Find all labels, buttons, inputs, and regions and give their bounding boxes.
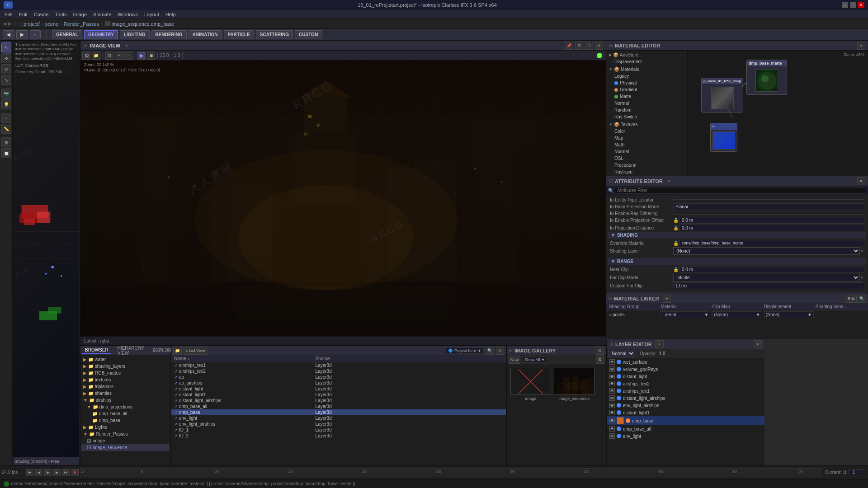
table-row[interactable]: ↗env_light_airships Layer3d (171, 421, 506, 427)
browser-item-triplanars[interactable]: ▶ 📁 triplanars (81, 383, 170, 390)
table-row[interactable]: ↗ao_airships Layer3d (171, 380, 506, 386)
layer-env-light-airships[interactable]: 👁 env_light_airships (607, 402, 764, 409)
toolbar-undo[interactable]: ◀ (3, 30, 14, 39)
iv-float-btn[interactable]: ⧉ (575, 42, 583, 50)
tree-item-gradient[interactable]: Gradient (607, 86, 686, 93)
layer-dmp-base-all[interactable]: 👁 dmp_base_all (607, 425, 764, 432)
browser-item-render-passes[interactable]: ▼ 📁 Render_Passes (81, 431, 170, 437)
layer-airships-tex2[interactable]: 👁 airships_tex2 (607, 380, 764, 387)
tree-item-color[interactable]: Color (607, 128, 686, 135)
ae-far-clip-select[interactable]: Infinite (673, 274, 860, 282)
ae-shading-layer-select[interactable]: (None) (673, 247, 860, 255)
ae-close-btn[interactable]: ✕ (857, 177, 865, 185)
mode-scattering[interactable]: SCATTERING (256, 30, 293, 39)
browser-item-shanties[interactable]: ▶ 📁 shanties (81, 390, 170, 397)
ig-filter-dropdown[interactable]: Show All ▼ (522, 357, 547, 363)
mode-lighting[interactable]: LIGHTING (120, 30, 150, 39)
menu-windows[interactable]: Windows (115, 11, 141, 18)
iv-stop-btn[interactable]: ⏹ (147, 52, 155, 60)
layer-distant-light1[interactable]: 👁 distant_light1 (607, 409, 764, 416)
mode-animation[interactable]: ANIMATION (189, 30, 222, 39)
browser-item-shading[interactable]: ▶ 📁 shading_layers (81, 363, 170, 370)
tree-item-proc[interactable]: Procedural (607, 162, 686, 169)
iv-close-btn[interactable]: ✕ (595, 42, 603, 50)
proj-search-btn[interactable]: 🔍 (486, 347, 494, 355)
thumb-image-seq[interactable]: image_sequence (554, 368, 594, 401)
layer-env-light[interactable]: 👁 env_light (607, 432, 764, 440)
minimize-button[interactable]: ─ (842, 2, 848, 8)
table-row[interactable]: ↗env_light Layer3d (171, 415, 506, 421)
layer-dmp-base[interactable]: 👁 dmp_base (607, 416, 764, 425)
tl-record-btn[interactable]: ⏺ (71, 469, 79, 476)
mode-geometry[interactable]: GEOMETRY (84, 30, 118, 39)
le-close-btn[interactable]: ✕ (754, 340, 762, 348)
iv-render-btn[interactable]: ▶ (137, 52, 146, 60)
tool-add[interactable]: + (1, 113, 11, 123)
tree-item-displacement[interactable]: Displacement (607, 58, 686, 65)
ig-settings-btn[interactable]: ⚙ (596, 356, 604, 364)
layer-vis-dl1[interactable]: 👁 (609, 410, 615, 415)
viewport-canvas[interactable]: RRCG 人人 (13, 77, 79, 457)
proj-add-btn[interactable]: 📁 (173, 347, 182, 355)
browser-item-rgb[interactable]: ▶ 📁 RGB_mattes (81, 370, 170, 376)
tree-item-physical[interactable]: Physical (607, 80, 686, 86)
iv-zoom-out[interactable]: − (124, 52, 132, 60)
proj-filter[interactable]: 🔷 Project Item ▼ (446, 347, 484, 354)
image-view-canvas[interactable]: Zoom: 20.142 % RGBA: {0.0;0.0;0.0;0.0} H… (80, 61, 606, 336)
bc-render-passes[interactable]: Render_Passes (64, 21, 99, 27)
me-close-btn[interactable]: ✕ (857, 42, 865, 50)
tree-item-legacy[interactable]: Legacy (607, 73, 686, 80)
tl-play-btn[interactable]: ▶ (44, 469, 52, 476)
ml-mat-dropdown[interactable]: ..aerial ▼ (660, 311, 710, 318)
tree-item-osl[interactable]: OSL (607, 155, 686, 162)
menu-tools[interactable]: Tools (52, 11, 70, 18)
layer-vis-db[interactable]: 👁 (609, 418, 615, 423)
menu-help[interactable]: Help (163, 11, 179, 18)
tool-scale[interactable]: ⤡ (1, 75, 11, 85)
ae-section-shading-title[interactable]: ▼ SHADING (608, 232, 866, 239)
layer-vis-at2[interactable]: 👁 (609, 381, 615, 386)
iv-pin-btn[interactable]: 📌 (565, 42, 573, 50)
mode-particle[interactable]: PARTICLE (224, 30, 254, 39)
tool-move[interactable]: ✛ (1, 53, 11, 63)
tl-next-btn[interactable]: ▶ (53, 469, 61, 476)
tab-hierarchy[interactable]: HIERARCHY VIEW (115, 345, 147, 357)
browser-item-textures[interactable]: ▶ 📁 textures (81, 376, 170, 383)
layer-vis-ela[interactable]: 👁 (609, 403, 615, 408)
layer-vis-at1[interactable]: 👁 (609, 388, 615, 394)
tab-browser[interactable]: BROWSER (82, 347, 111, 354)
ml-clip-dropdown[interactable]: (None) ▼ (712, 311, 762, 318)
bc-project[interactable]: project/ (24, 21, 40, 27)
browser-item-dmp-base[interactable]: 📁 dmp_base (81, 417, 170, 424)
tl-first-btn[interactable]: ⏮ (26, 469, 33, 476)
ml-add-btn[interactable]: + (663, 295, 671, 303)
menu-image[interactable]: Image (70, 11, 90, 18)
iv-zoom-in[interactable]: + (115, 52, 123, 60)
tree-item-map[interactable]: Map (607, 135, 686, 141)
tool-camera[interactable]: 📷 (1, 89, 11, 99)
ml-edit-btn[interactable]: Edit (846, 295, 857, 303)
tree-item-matte[interactable]: Matte (607, 93, 686, 100)
table-row[interactable]: ↗ID_2 Layer3d (171, 433, 506, 439)
tree-item-normal[interactable]: Normal (607, 100, 686, 107)
browser-item-lights[interactable]: ▶ 📁 Lights (81, 424, 170, 431)
tree-header-textures[interactable]: ▼ 📦 Textures (607, 121, 686, 128)
table-row[interactable]: ↗ao Layer3d (171, 374, 506, 380)
table-row[interactable]: ↗ID_1 Layer3d (171, 427, 506, 433)
ig-new-btn[interactable]: New (509, 356, 520, 364)
layer-airships-tex1[interactable]: 👁 airships_tex1 (607, 387, 764, 394)
tree-header-materials[interactable]: ▼ 📦 Materials (607, 66, 686, 73)
node-snap[interactable]: p_base_01_fr50_snap (701, 78, 743, 113)
layer-distant-light-airships[interactable]: 👁 distant_light_airships (607, 394, 764, 402)
node-blue[interactable]: • (710, 123, 737, 152)
proj-close-btn[interactable]: ✕ (496, 347, 504, 355)
tree-header-advstore[interactable]: ▶ 📦 AdvStore (607, 52, 686, 58)
tree-item-random[interactable]: Random (607, 107, 686, 113)
browser-item-image-seq[interactable]: 🎞 image_sequence (81, 444, 170, 451)
tree-item-norm[interactable]: Normal (607, 148, 686, 155)
layer-volume-godrays[interactable]: 👁 volume_godRays (607, 366, 764, 373)
tool-select[interactable]: ↖ (1, 42, 11, 52)
tool-grid[interactable]: ⊞ (1, 137, 11, 147)
proj-list-btn[interactable]: ≡ List View (184, 347, 207, 355)
tree-item-math[interactable]: Math (607, 141, 686, 148)
